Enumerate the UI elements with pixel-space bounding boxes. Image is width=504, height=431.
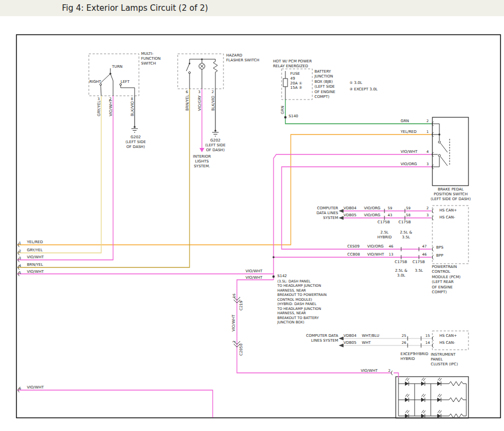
left-wire-5-label: VIO/WHT [27, 270, 44, 274]
pcm-bps-label: BPS [436, 245, 443, 250]
pcm-hs-can-minus: HS CAN- [439, 215, 455, 220]
cdl1-label: COMPUTER DATA LINES SYSTEM [303, 206, 338, 220]
cdl1-row2-pin-a: 43 [388, 213, 392, 217]
left-wire-3-num: 3 [19, 256, 21, 260]
wire-label-brn-yel: BRN/YEL [185, 95, 190, 111]
system-arrow-icons [339, 209, 344, 348]
mfs-left-label: LEFT [121, 80, 130, 84]
cdl2-row1-pin-a: 25 [402, 334, 406, 338]
cdl1-conn-b: C175B [398, 220, 411, 225]
resistor-icon [449, 381, 466, 386]
mfs-right-label: RIGHT [89, 80, 101, 84]
ipc-wire-label: VIO/WHT [361, 369, 377, 373]
multi-function-switch-box [89, 54, 139, 96]
s142-note: (3.5L: DASH PANEL TO HEADLAMP JUNCTION H… [277, 279, 327, 324]
cdl1-row2-circuit: VDB05 [344, 213, 356, 218]
wire-label-grn-vertical: GRN [281, 105, 285, 114]
s142-wire-top-label: VIO/WHT [246, 269, 262, 274]
cdl1-row2-pin-b: 58 [406, 213, 410, 217]
left-wire-3-label: VIO/WHT [27, 255, 44, 260]
cdl2-row1-pin: 15 [425, 334, 430, 338]
left-wire-6-label: VIO/WHT [27, 385, 44, 390]
wire-label-vio-wht-mid: VIO/WHT [232, 315, 236, 331]
cdl1-row1-pin-b: 59 [406, 206, 410, 210]
left-wire-2-label: GRY/YEL [27, 248, 43, 253]
brake-pin-1: 1 [426, 130, 429, 134]
ipc-caption: INSTRUMENT PANEL CLUSTER (IPC) [431, 352, 458, 366]
wire-label-blk-vio-mfs: BLK/VIO [130, 101, 135, 116]
brake-wire-yel-red: YEL/RED [401, 130, 417, 135]
left-wire-2-num: 2 [19, 249, 21, 253]
brake-pedal-switch-box [432, 117, 468, 186]
left-wire-1-num: 1 [19, 241, 21, 245]
s140-splice-dot [284, 116, 286, 118]
cdl2-row2-pin: 14 [425, 341, 430, 345]
left-wire-6-num: 6 [19, 386, 21, 391]
cdl1-variant-b: 2.5L & 3.5L [395, 230, 417, 240]
hazard-pin-c: 2 [212, 90, 214, 94]
ces09-pin: 47 [422, 244, 426, 249]
cdl1-conn-a: C175B [377, 220, 390, 225]
ipc-pin-2: 2 [388, 369, 390, 373]
c219-label: C219 [239, 301, 244, 310]
cdl1-row1-pin-a: 59 [388, 206, 392, 210]
cdl2-row2-pin-a: 26 [402, 341, 406, 345]
mfs-turn-label: TURN [112, 65, 123, 69]
left-wire-1-label: YEL/RED [27, 240, 43, 245]
wire-label-vio-wht-mfs: VIO/WHT [109, 100, 114, 116]
s140-label: S140 [289, 114, 298, 119]
cdl1-row1-wire: VIO/ORG [364, 206, 381, 211]
component-internals [100, 59, 450, 167]
ground-label-g202-right: G202 (LEFT SIDE OF DASH) [199, 138, 232, 152]
gry-yel-wire [17, 96, 101, 253]
pcm-bpp-label: BPP [436, 253, 443, 258]
brake-caption: BRAKE PEDAL POSITION SWITCH (LEFT SIDE O… [424, 187, 477, 201]
brake-pin-3: 3 [426, 162, 429, 166]
c2050-pin: 2 [232, 341, 236, 343]
s142-label: S142 [277, 274, 287, 279]
hazard-label: HAZARD FLASHER SWITCH [226, 53, 260, 63]
ccb08-circuit: CCB08 [347, 252, 360, 257]
pcm-variant-a: 2.5L & 3.0L [391, 269, 411, 278]
cdl1-row2-wire: VIO/ORG [364, 213, 381, 218]
pcm-caption: POWERTRAIN CONTROL MODULE (PCM) (LEFT RE… [432, 265, 460, 295]
cdl2-row1-circuit: VDB04 [344, 334, 356, 338]
s142-wire-bottom-label: VIO/WHT [246, 275, 262, 280]
cdl2-row2-wire: WHT [362, 341, 370, 345]
ces09-pin-a: 46 [389, 244, 393, 249]
hazard-pin-a: 6 [186, 90, 188, 94]
brake-wire-grn: GRN [401, 119, 409, 124]
wiring-diagram-page: Fig 4: Exterior Lamps Circuit (2 of 2) [0, 0, 504, 431]
hazard-pin-b: 3 [198, 90, 200, 94]
diagram-border [17, 35, 501, 418]
mfs-label: MULTI- FUNCTION SWITCH [141, 52, 160, 66]
brake-wire-vio-org: VIO/ORG [401, 162, 417, 167]
cdl2-label: COMPUTER DATA LINES SYSTEM [299, 334, 338, 343]
ccb08-wire: VIO/WHT [367, 252, 384, 257]
mfs-pin-c: 8 [131, 97, 133, 101]
interior-lights-label: INTERIOR LIGHTS SYSTEM. [186, 154, 218, 168]
legend-3-0l: ① 3.0L [349, 81, 362, 86]
cdl2-variant-b: HYBRID [411, 352, 431, 357]
cdl1-row1-pin: 2 [426, 206, 429, 210]
ipc-hs-can-minus: HS CAN- [439, 341, 455, 345]
left-wire-4-label: BRN/YEL [27, 263, 43, 267]
blk-vio-wires [135, 89, 215, 130]
pcm-conn-b: C175B [412, 260, 425, 265]
brake-wire-vio-wht: VIO/WHT [401, 150, 417, 154]
ccb08-pin: 46 [422, 252, 426, 257]
resistor-icon [449, 398, 466, 402]
wire-label-blk-vio-hazard: BLK/VIO [211, 96, 216, 111]
brake-pin-2: 2 [426, 119, 429, 123]
fuse-icon [283, 79, 288, 87]
hot-label: HOT W/ PCM POWER RELAY ENERGIZED [273, 59, 312, 69]
ces09-circuit: CES09 [347, 244, 360, 249]
cdl2-row2-circuit: VDB05 [344, 341, 356, 345]
pcm-hs-can-plus: HS CAN+ [439, 208, 457, 213]
brn-yel-wire [17, 89, 190, 267]
c2050-label: C2050 [239, 343, 244, 356]
ipc-led-grid [398, 378, 466, 418]
left-wire-4-num: 4 [19, 264, 21, 268]
wire-label-gry-yel: GRY/YEL [97, 101, 102, 116]
pcm-variant-b: 3.5L [411, 269, 427, 273]
